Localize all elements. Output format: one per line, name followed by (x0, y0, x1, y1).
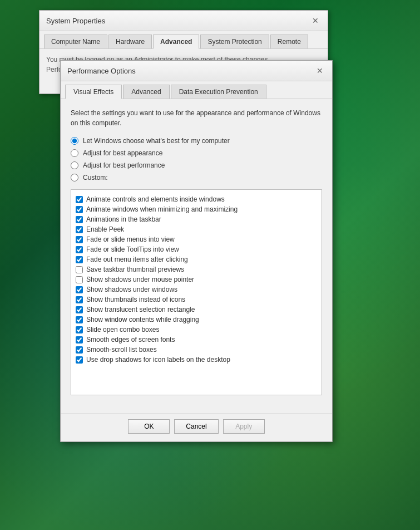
performance-options-body: Select the settings you want to use for … (61, 99, 332, 413)
checkbox-item[interactable]: Show shadows under windows (76, 284, 317, 295)
checkbox-label-8: Show shadows under mouse pointer (86, 276, 194, 283)
checkbox-label-13: Slide open combo boxes (86, 326, 159, 333)
checkbox-item[interactable]: Animations in the taskbar (76, 214, 317, 224)
checkbox-input-14[interactable] (76, 336, 83, 343)
radio-custom-input[interactable] (71, 174, 78, 181)
radio-best-appearance-label: Adjust for best appearance (83, 149, 162, 157)
checkbox-input-4[interactable] (76, 236, 83, 243)
radio-best-appearance-input[interactable] (71, 149, 78, 157)
checkbox-input-8[interactable] (76, 276, 83, 283)
checkbox-label-11: Show translucent selection rectangle (86, 306, 195, 313)
radio-best-performance-label: Adjust for best performance (83, 161, 165, 169)
checkbox-input-16[interactable] (76, 356, 83, 364)
checkbox-item[interactable]: Enable Peek (76, 224, 317, 234)
radio-custom-label: Custom: (83, 174, 108, 181)
checkbox-item[interactable]: Smooth-scroll list boxes (76, 345, 317, 355)
tab-advanced[interactable]: Advanced (153, 35, 199, 49)
checkbox-label-2: Animations in the taskbar (86, 215, 161, 223)
checkbox-item[interactable]: Show shadows under mouse pointer (76, 274, 317, 284)
tab-visual-effects[interactable]: Visual Effects (65, 85, 122, 99)
checkbox-label-1: Animate windows when minimizing and maxi… (86, 205, 238, 213)
checkbox-label-0: Animate controls and elements inside win… (86, 195, 225, 203)
checkbox-input-10[interactable] (76, 296, 83, 303)
checkbox-input-12[interactable] (76, 316, 83, 323)
radio-item-best-performance[interactable]: Adjust for best performance (71, 161, 322, 169)
cancel-button[interactable]: Cancel (174, 419, 218, 434)
checkbox-item[interactable]: Fade or slide menus into view (76, 234, 317, 244)
checkbox-input-6[interactable] (76, 256, 83, 263)
performance-options-footer: OK Cancel Apply (61, 413, 332, 441)
checkbox-item[interactable]: Use drop shadows for icon labels on the … (76, 355, 317, 365)
performance-options-tabs: Visual Effects Advanced Data Execution P… (61, 81, 332, 99)
checkbox-list-container: Animate controls and elements inside win… (71, 189, 322, 395)
checkbox-input-3[interactable] (76, 226, 83, 233)
radio-group: Let Windows choose what's best for my co… (71, 137, 322, 181)
system-properties-title: System Properties (46, 17, 105, 25)
radio-item-custom[interactable]: Custom: (71, 174, 322, 181)
system-properties-close-button[interactable]: ✕ (310, 15, 321, 26)
radio-item-windows-choose[interactable]: Let Windows choose what's best for my co… (71, 137, 322, 145)
checkbox-input-0[interactable] (76, 196, 83, 203)
checkbox-input-7[interactable] (76, 266, 83, 273)
checkbox-label-9: Show shadows under windows (86, 286, 177, 293)
apply-button[interactable]: Apply (223, 419, 265, 434)
performance-options-dialog: Performance Options ✕ Visual Effects Adv… (60, 60, 333, 442)
checkbox-item[interactable]: Animate controls and elements inside win… (76, 194, 317, 204)
checkbox-label-3: Enable Peek (86, 225, 124, 233)
checkbox-input-11[interactable] (76, 306, 83, 313)
checkbox-label-15: Smooth-scroll list boxes (86, 346, 157, 354)
tab-remote[interactable]: Remote (270, 35, 308, 48)
tab-computer-name[interactable]: Computer Name (44, 35, 107, 48)
checkbox-input-13[interactable] (76, 326, 83, 333)
radio-windows-choose-input[interactable] (71, 137, 78, 145)
checkbox-label-12: Show window contents while dragging (86, 316, 199, 323)
checkbox-item[interactable]: Show thumbnails instead of icons (76, 295, 317, 305)
checkbox-label-10: Show thumbnails instead of icons (86, 296, 185, 303)
performance-options-titlebar: Performance Options ✕ (61, 61, 332, 81)
checkbox-input-2[interactable] (76, 216, 83, 223)
checkbox-input-9[interactable] (76, 286, 83, 293)
checkbox-label-4: Fade or slide menus into view (86, 235, 175, 243)
performance-options-title: Performance Options (67, 67, 136, 75)
checkbox-item[interactable]: Slide open combo boxes (76, 325, 317, 335)
checkbox-label-14: Smooth edges of screen fonts (86, 336, 175, 343)
checkbox-label-16: Use drop shadows for icon labels on the … (86, 356, 230, 364)
tab-hardware[interactable]: Hardware (108, 35, 152, 48)
radio-windows-choose-label: Let Windows choose what's best for my co… (83, 137, 230, 145)
checkbox-input-1[interactable] (76, 206, 83, 213)
system-properties-titlebar: System Properties ✕ (39, 11, 328, 31)
checkbox-item[interactable]: Animate windows when minimizing and maxi… (76, 204, 317, 214)
performance-description: Select the settings you want to use for … (71, 108, 322, 128)
tab-data-execution[interactable]: Data Execution Prevention (171, 85, 266, 99)
checkbox-label-5: Fade or slide ToolTips into view (86, 246, 179, 253)
checkbox-item[interactable]: Smooth edges of screen fonts (76, 335, 317, 345)
checkbox-item[interactable]: Save taskbar thumbnail previews (76, 264, 317, 274)
system-properties-tabs: Computer Name Hardware Advanced System P… (39, 31, 328, 49)
radio-item-best-appearance[interactable]: Adjust for best appearance (71, 149, 322, 157)
checkbox-input-5[interactable] (76, 246, 83, 253)
checkbox-input-15[interactable] (76, 346, 83, 354)
checkbox-item[interactable]: Show translucent selection rectangle (76, 305, 317, 315)
performance-options-close-button[interactable]: ✕ (314, 65, 325, 76)
checkbox-item[interactable]: Fade out menu items after clicking (76, 254, 317, 264)
checkbox-item[interactable]: Show window contents while dragging (76, 315, 317, 325)
checkbox-label-6: Fade out menu items after clicking (86, 256, 188, 263)
ok-button[interactable]: OK (128, 419, 170, 434)
checkbox-item[interactable]: Fade or slide ToolTips into view (76, 244, 317, 254)
tab-system-protection[interactable]: System Protection (200, 35, 269, 48)
radio-best-performance-input[interactable] (71, 161, 78, 169)
tab-perf-advanced[interactable]: Advanced (123, 85, 169, 99)
checkbox-label-7: Save taskbar thumbnail previews (86, 266, 184, 273)
